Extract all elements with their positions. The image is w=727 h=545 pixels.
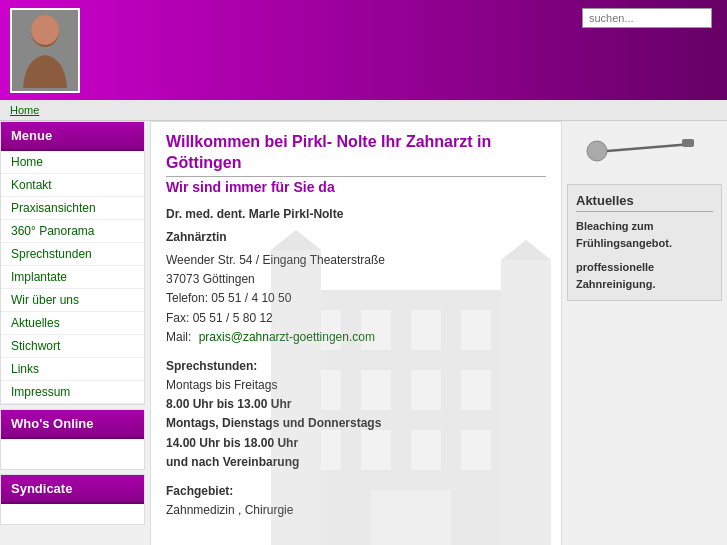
syndicate-header: Syndicate (1, 475, 144, 504)
mail-label: Mail: (166, 330, 191, 344)
phone: Telefon: 05 51 / 4 10 50 (166, 289, 546, 308)
nav-link-impressum[interactable]: Impressum (1, 381, 144, 404)
hours-label: Sprechstunden: (166, 357, 546, 376)
nav-item-impressum[interactable]: Impressum (1, 381, 144, 404)
whos-online-body (1, 439, 144, 469)
street: Weender Str. 54 / Eingang Theaterstraße (166, 251, 546, 270)
nav-link-sprech[interactable]: Sprechstunden (1, 243, 144, 266)
mail-link[interactable]: praxis@zahnarzt-goettingen.com (199, 330, 375, 344)
nav-item-kontakt[interactable]: Kontakt (1, 174, 144, 197)
main-layout: Menue Home Kontakt Praxisansichten 360° … (0, 121, 727, 545)
aktuelles-title: Aktuelles (576, 193, 713, 212)
sidebar: Menue Home Kontakt Praxisansichten 360° … (0, 121, 145, 545)
header (0, 0, 727, 100)
nav-link-kontakt[interactable]: Kontakt (1, 174, 144, 197)
nav-link-360[interactable]: 360° Panorama (1, 220, 144, 243)
nav-list: Home Kontakt Praxisansichten 360° Panora… (1, 151, 144, 404)
nav-item-sprech[interactable]: Sprechstunden (1, 243, 144, 266)
search-box-wrap (582, 8, 712, 28)
menu-header: Menue (1, 122, 144, 151)
fach-value: Zahnmedizin , Chirurgie (166, 501, 546, 520)
nav-item-360[interactable]: 360° Panorama (1, 220, 144, 243)
fach-label: Fachgebiet: (166, 482, 546, 501)
svg-line-21 (607, 144, 692, 151)
nav-item-links[interactable]: Links (1, 358, 144, 381)
syndicate-body (1, 504, 144, 524)
nav-item-stichwort[interactable]: Stichwort (1, 335, 144, 358)
hours-days1: Montags bis Freitags (166, 376, 546, 395)
nav-link-wir[interactable]: Wir über uns (1, 289, 144, 312)
nav-item-praxis[interactable]: Praxisansichten (1, 197, 144, 220)
nav-link-stichwort[interactable]: Stichwort (1, 335, 144, 358)
content-area: Willkommen bei Pirkl- Nolte Ihr Zahnarzt… (150, 121, 562, 545)
whos-online-header: Who's Online (1, 410, 144, 439)
svg-rect-22 (682, 139, 694, 147)
whos-online-label: Who's Online (11, 416, 94, 431)
breadcrumb: Home (0, 100, 727, 121)
svg-point-20 (587, 141, 607, 161)
menu-section: Menue Home Kontakt Praxisansichten 360° … (0, 121, 145, 405)
nav-link-implantate[interactable]: Implantate (1, 266, 144, 289)
doctor-name: Dr. med. dent. Marle Pirkl-Nolte (166, 205, 546, 224)
hours-time1: 8.00 Uhr bis 13.00 Uhr (166, 395, 546, 414)
job-title: Zahnärztin (166, 228, 546, 247)
menu-label: Menue (11, 128, 52, 143)
nav-item-wir[interactable]: Wir über uns (1, 289, 144, 312)
hours-section: Sprechstunden: Montags bis Freitags 8.00… (166, 357, 546, 472)
nav-link-aktuelles[interactable]: Aktuelles (1, 312, 144, 335)
nav-item-implantate[interactable]: Implantate (1, 266, 144, 289)
nav-link-praxis[interactable]: Praxisansichten (1, 197, 144, 220)
mail-row: Mail: praxis@zahnarzt-goettingen.com (166, 328, 546, 347)
fach-section: Fachgebiet: Zahnmedizin , Chirurgie (166, 482, 546, 520)
address-block: Weender Str. 54 / Eingang Theaterstraße … (166, 251, 546, 347)
nav-item-home[interactable]: Home (1, 151, 144, 174)
aktuelles-text1: Bleaching zum Frühlingsangebot. (576, 218, 713, 251)
hours-extra: und nach Vereinbarung (166, 453, 546, 472)
golf-club-image (567, 126, 707, 176)
svg-point-1 (31, 15, 59, 45)
content-body: Dr. med. dent. Marle Pirkl-Nolte Zahnärz… (166, 205, 546, 521)
aktuelles-text2: proffessionelle Zahnreinigung. (576, 259, 713, 292)
page-title: Willkommen bei Pirkl- Nolte Ihr Zahnarzt… (166, 132, 546, 177)
nav-item-aktuelles[interactable]: Aktuelles (1, 312, 144, 335)
whos-online-section: Who's Online (0, 409, 145, 470)
aktuelles-box: Aktuelles Bleaching zum Frühlingsangebot… (567, 184, 722, 301)
nav-link-links[interactable]: Links (1, 358, 144, 381)
syndicate-section: Syndicate (0, 474, 145, 525)
breadcrumb-home[interactable]: Home (10, 104, 39, 116)
nav-link-home[interactable]: Home (1, 151, 144, 174)
hours-days2: Montags, Dienstags und Donnerstags (166, 414, 546, 433)
syndicate-label: Syndicate (11, 481, 72, 496)
aktuelles-body: Bleaching zum Frühlingsangebot. proffess… (576, 218, 713, 292)
fax: Fax: 05 51 / 5 80 12 (166, 309, 546, 328)
right-panel: Aktuelles Bleaching zum Frühlingsangebot… (567, 121, 727, 545)
city: 37073 Göttingen (166, 270, 546, 289)
avatar (10, 8, 80, 93)
search-input[interactable] (582, 8, 712, 28)
page-subtitle: Wir sind immer für Sie da (166, 179, 546, 195)
hours-time2: 14.00 Uhr bis 18.00 Uhr (166, 434, 546, 453)
